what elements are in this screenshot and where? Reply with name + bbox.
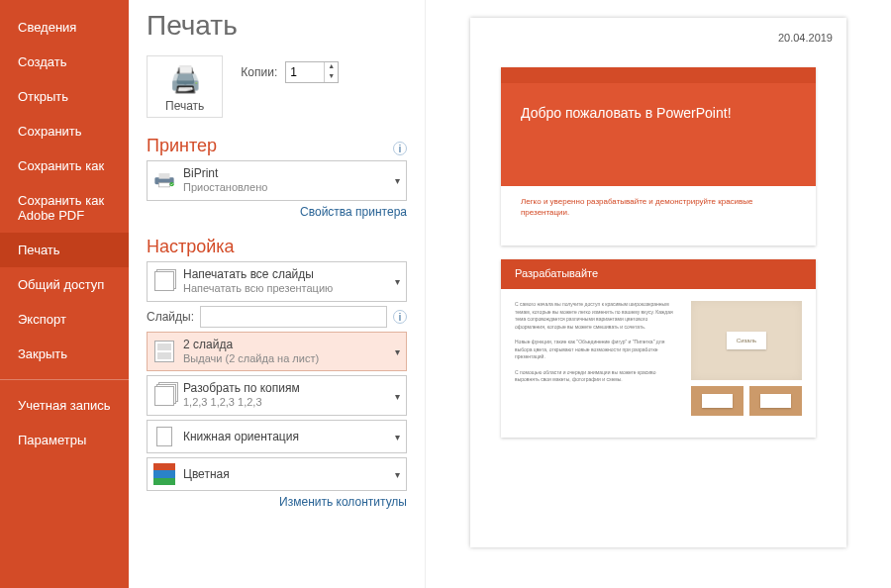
preview-slide-1: Добро пожаловать в PowerPoint! Легко и у…	[501, 67, 816, 245]
slide2-image: Сизаль	[691, 301, 802, 380]
print-preview-pane: 20.04.2019 Добро пожаловать в PowerPoint…	[426, 0, 891, 588]
printer-name: BiPrint	[183, 166, 267, 181]
printer-device-icon	[153, 169, 175, 191]
svg-rect-2	[159, 183, 170, 187]
slides-info-icon[interactable]: i	[393, 310, 407, 324]
page-title: Печать	[147, 10, 407, 42]
orientation-main: Книжная ориентация	[183, 430, 299, 444]
printer-info-icon[interactable]: i	[393, 142, 407, 155]
slides-label: Слайды:	[147, 310, 194, 324]
printer-dropdown[interactable]: BiPrint Приостановлено ▾	[147, 160, 407, 201]
two-slides-icon	[153, 341, 175, 362]
preview-page: 20.04.2019 Добро пожаловать в PowerPoint…	[470, 18, 846, 547]
slide1-subtitle: Легко и уверенно разрабатывайте и демонс…	[501, 186, 816, 228]
collate-icon	[153, 385, 175, 407]
sidebar-item-export[interactable]: Экспорт	[0, 302, 129, 337]
print-button[interactable]: 🖨️ Печать	[147, 55, 223, 118]
printer-properties-link[interactable]: Свойства принтера	[147, 205, 407, 219]
backstage-sidebar: Сведения Создать Открыть Сохранить Сохра…	[0, 0, 129, 588]
collate-sub: 1,2,3 1,2,3 1,2,3	[183, 396, 300, 410]
print-button-label: Печать	[165, 99, 204, 113]
pages-icon	[153, 270, 175, 292]
svg-rect-1	[159, 174, 170, 180]
slide2-title: Разрабатывайте	[515, 267, 802, 279]
chevron-down-icon: ▾	[395, 276, 400, 287]
print-scope-dropdown[interactable]: Напечатать все слайды Напечатать всю пре…	[147, 261, 407, 302]
sidebar-item-save[interactable]: Сохранить	[0, 114, 129, 148]
copies-increase[interactable]: ▲	[325, 62, 338, 72]
copies-input[interactable]	[286, 62, 324, 82]
chevron-down-icon: ▾	[395, 175, 400, 186]
slide2-body-text: С самого начала вы получите доступ к кра…	[515, 301, 679, 416]
printer-status: Приостановлено	[183, 181, 267, 195]
settings-section-title: Настройка	[147, 237, 407, 257]
printer-section-title: Принтер	[147, 136, 217, 156]
copies-decrease[interactable]: ▼	[325, 72, 338, 82]
chevron-down-icon: ▾	[395, 345, 400, 356]
layout-main: 2 слайда	[183, 338, 319, 352]
collate-dropdown[interactable]: Разобрать по копиям 1,2,3 1,2,3 1,2,3 ▾	[147, 375, 407, 416]
chevron-down-icon: ▾	[395, 469, 400, 480]
sidebar-item-options[interactable]: Параметры	[0, 423, 129, 457]
edit-header-footer-link[interactable]: Изменить колонтитулы	[147, 495, 407, 509]
portrait-icon	[153, 426, 175, 447]
slide2-thumb-1	[691, 386, 743, 416]
color-swatch-icon	[153, 463, 175, 485]
chevron-down-icon: ▾	[395, 432, 400, 442]
sidebar-item-share[interactable]: Общий доступ	[0, 267, 129, 302]
main-area: Печать 🖨️ Печать Копии: ▲ ▼ Принтер i	[129, 0, 891, 588]
print-options-panel: Печать 🖨️ Печать Копии: ▲ ▼ Принтер i	[129, 0, 426, 588]
sidebar-item-print[interactable]: Печать	[0, 233, 129, 267]
slide1-title: Добро пожаловать в PowerPoint!	[521, 105, 796, 121]
color-dropdown[interactable]: Цветная ▾	[147, 457, 407, 491]
orientation-dropdown[interactable]: Книжная ориентация ▾	[147, 420, 407, 453]
printer-icon: 🖨️	[165, 64, 204, 95]
color-main: Цветная	[183, 467, 230, 482]
sidebar-item-open[interactable]: Открыть	[0, 79, 129, 114]
sidebar-item-saveas[interactable]: Сохранить как	[0, 148, 129, 183]
sidebar-item-account[interactable]: Учетная запись	[0, 388, 129, 423]
collate-main: Разобрать по копиям	[183, 381, 300, 396]
preview-slide-2: Разрабатывайте С самого начала вы получи…	[501, 259, 816, 438]
sidebar-item-close[interactable]: Закрыть	[0, 337, 129, 371]
sidebar-item-new[interactable]: Создать	[0, 45, 129, 79]
print-scope-main: Напечатать все слайды	[183, 267, 333, 282]
sidebar-item-savepdf[interactable]: Сохранить как Adobe PDF	[0, 183, 129, 233]
copies-spinner[interactable]: ▲ ▼	[285, 61, 339, 83]
sidebar-divider	[0, 379, 129, 380]
slide2-thumb-2	[749, 386, 802, 416]
slides-input[interactable]	[200, 306, 387, 328]
sidebar-item-info[interactable]: Сведения	[0, 10, 129, 45]
print-scope-sub: Напечатать всю презентацию	[183, 282, 333, 296]
chevron-down-icon: ▾	[395, 390, 400, 401]
preview-date: 20.04.2019	[470, 32, 846, 53]
slide2-image-caption: Сизаль	[727, 332, 766, 349]
copies-label: Копии:	[241, 65, 277, 79]
layout-dropdown[interactable]: 2 слайда Выдачи (2 слайда на лист) ▾	[147, 332, 407, 372]
layout-sub: Выдачи (2 слайда на лист)	[183, 352, 319, 366]
